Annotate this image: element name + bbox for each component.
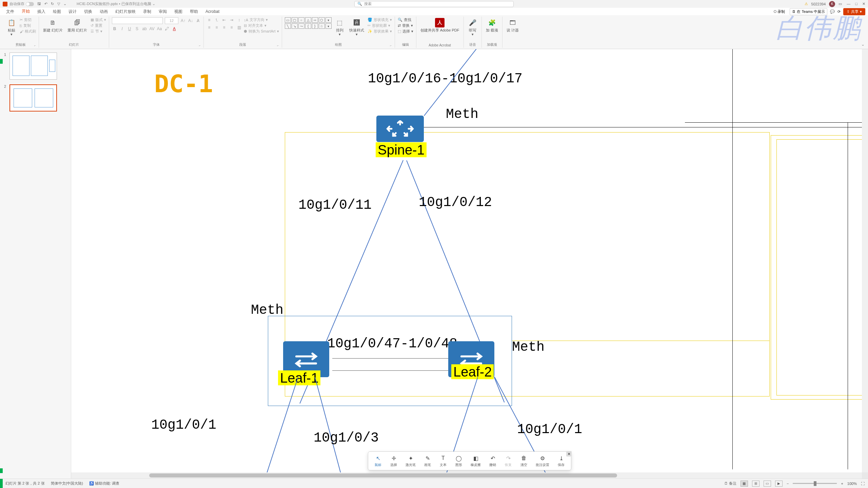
- tab-home[interactable]: 开始: [18, 7, 33, 16]
- annotation-toolbar[interactable]: ✕ ↖鼠标 ✛选择 ✦激光笔 ✎画笔 T文本 ◯图形 ◧橡皮擦 ↶撤销 ↷恢复 …: [368, 451, 571, 470]
- underline-icon[interactable]: U: [127, 26, 132, 32]
- reuse-slides-button[interactable]: 🗐重用 幻灯片: [66, 17, 88, 33]
- anno-select[interactable]: ✛选择: [387, 454, 400, 468]
- vertical-scrollbar[interactable]: [862, 49, 868, 472]
- shape-rect[interactable]: ▭: [285, 17, 291, 23]
- meth-right-label[interactable]: Meth: [512, 340, 545, 355]
- spine-1-icon[interactable]: [376, 116, 424, 142]
- link-leafpair-right[interactable]: [512, 341, 770, 341]
- undo-icon[interactable]: ↶: [44, 2, 47, 6]
- zoom-slider[interactable]: [793, 483, 837, 484]
- replace-button[interactable]: ⇄替换 ▾: [398, 23, 413, 28]
- port-leaf-link-label[interactable]: 10g1/0/47-1/0/48: [327, 336, 457, 351]
- shape-circle[interactable]: ○: [298, 17, 304, 23]
- clear-format-icon[interactable]: A̷: [195, 18, 201, 23]
- port-bottom-right-label[interactable]: 10g1/0/1: [517, 422, 582, 437]
- record-button[interactable]: 录制: [772, 8, 787, 15]
- shape-arrow2[interactable]: ↘: [292, 23, 298, 29]
- align-right-icon[interactable]: ≡: [221, 25, 227, 30]
- anno-save[interactable]: ⤓保存: [555, 454, 568, 468]
- tab-design[interactable]: 设计: [65, 8, 80, 16]
- shape-star[interactable]: ☆: [319, 23, 325, 29]
- port-bottom-mid-label[interactable]: 10g1/0/3: [314, 430, 379, 446]
- font-color-icon[interactable]: A: [172, 26, 177, 32]
- link-spine-meth[interactable]: [424, 127, 865, 127]
- language-status[interactable]: 简体中文(中国大陆): [51, 481, 83, 486]
- redo-icon[interactable]: ↻: [51, 2, 54, 6]
- vline-1[interactable]: [732, 49, 733, 469]
- spacing-icon[interactable]: AV: [149, 26, 155, 32]
- tab-review[interactable]: 审阅: [155, 8, 170, 16]
- tab-transitions[interactable]: 切换: [81, 8, 96, 16]
- adobe-pdf-button[interactable]: 人创建并共享 Adobe PDF: [419, 17, 461, 33]
- fit-to-window-icon[interactable]: ⛶: [861, 482, 865, 486]
- anno-text[interactable]: T文本: [437, 454, 450, 468]
- maximize-icon[interactable]: □: [855, 2, 857, 6]
- zoom-handle[interactable]: [814, 481, 816, 486]
- numbering-icon[interactable]: ⒈: [214, 17, 219, 23]
- dictate-button[interactable]: 🎤听写▾: [467, 17, 479, 37]
- leaf-1-label[interactable]: Leaf-1: [278, 370, 320, 387]
- collapse-ribbon-icon[interactable]: ⌄: [861, 42, 865, 47]
- present-in-teams-button[interactable]: 🗓在 Teams 中展示: [790, 8, 827, 15]
- anno-laser[interactable]: ✦激光笔: [403, 454, 418, 468]
- port-top-label[interactable]: 10g1/0/16-10g1/0/17: [368, 71, 522, 86]
- vline-2[interactable]: [848, 122, 848, 469]
- anno-undo[interactable]: ↶撤销: [486, 454, 499, 468]
- align-center-icon[interactable]: ≡: [214, 25, 219, 30]
- align-text-button[interactable]: ⊟对齐文本 ▾: [244, 23, 279, 28]
- smartart-button[interactable]: ⬢转换为 SmartArt ▾: [244, 29, 279, 34]
- avatar[interactable]: K: [829, 1, 835, 7]
- document-title[interactable]: HCIE-DCN实验拓扑.pptx • 已保存到这台电脑 ⌄: [77, 1, 155, 6]
- indent-dec-icon[interactable]: ⇤: [221, 17, 227, 23]
- indent-inc-icon[interactable]: ⇥: [229, 17, 234, 23]
- font-size-select[interactable]: 12: [165, 17, 178, 24]
- right-box-top[interactable]: [685, 122, 868, 123]
- slideshow-view-icon[interactable]: ▶: [775, 481, 783, 487]
- shape-effects-button[interactable]: ✨形状效果 ▾: [368, 29, 392, 34]
- catch-up-icon[interactable]: ⟳: [837, 9, 841, 14]
- shadow-icon[interactable]: ab: [142, 26, 147, 32]
- zoom-level[interactable]: 100%: [847, 482, 857, 486]
- shape-more2[interactable]: ▾: [326, 23, 332, 29]
- align-left-icon[interactable]: ≡: [206, 25, 212, 30]
- meth-top-label[interactable]: Meth: [446, 107, 478, 122]
- zoom-out-icon[interactable]: −: [787, 482, 789, 486]
- columns-icon[interactable]: ▥: [236, 25, 242, 30]
- hscroll-thumb[interactable]: [149, 473, 617, 477]
- font-launcher[interactable]: ⌐: [199, 44, 201, 47]
- spine-1-label[interactable]: Spine-1: [376, 142, 427, 159]
- select-button[interactable]: ⬚选择 ▾: [398, 29, 413, 34]
- link-leaf1-leaf2-b[interactable]: [332, 370, 448, 371]
- notes-button[interactable]: 🗒 备注: [724, 481, 736, 486]
- autosave-toggle[interactable]: 自动保存: [9, 1, 34, 6]
- paragraph-launcher[interactable]: ⌐: [277, 44, 279, 47]
- shape-tri[interactable]: △: [305, 17, 311, 23]
- right-box-2[interactable]: [776, 139, 868, 395]
- bullets-icon[interactable]: ≡: [206, 17, 212, 23]
- shape-conn[interactable]: ⤳: [298, 23, 304, 29]
- account-name[interactable]: 5022394: [811, 2, 826, 6]
- horizontal-scrollbar[interactable]: [71, 472, 862, 479]
- quick-styles-button[interactable]: 🅰快速样式▾: [348, 17, 366, 37]
- anno-clear[interactable]: 🗑清空: [517, 454, 530, 468]
- search-box[interactable]: 🔍 搜索: [354, 1, 514, 7]
- addins-button[interactable]: 🧩加 载项: [485, 17, 499, 33]
- shape-rrect[interactable]: ▢: [292, 17, 298, 23]
- leaf-2-label[interactable]: Leaf-2: [451, 364, 494, 381]
- link-leaf1-leaf2-a[interactable]: [332, 358, 448, 359]
- arrange-button[interactable]: ⬚排列▾: [334, 17, 346, 37]
- italic-icon[interactable]: I: [119, 26, 125, 32]
- shape-brace[interactable]: {: [305, 23, 311, 29]
- anno-cursor[interactable]: ↖鼠标: [372, 454, 384, 468]
- share-button[interactable]: ⇧共享 ▾: [843, 8, 865, 15]
- slide-thumb-1[interactable]: [9, 53, 57, 80]
- anno-settings[interactable]: ⚙批注设置: [533, 454, 552, 468]
- slide-thumb-2[interactable]: [9, 84, 57, 111]
- section-button[interactable]: ☰节 ▾: [91, 29, 106, 34]
- slide-canvas[interactable]: DC-1 10g1/0/16-10g1/0/17 Meth Spine-1: [71, 49, 868, 472]
- tab-record[interactable]: 录制: [140, 8, 155, 16]
- warning-icon[interactable]: ⚠: [805, 2, 808, 6]
- qat-more-icon[interactable]: ⌄: [63, 2, 66, 6]
- close-icon[interactable]: ✕: [862, 2, 865, 6]
